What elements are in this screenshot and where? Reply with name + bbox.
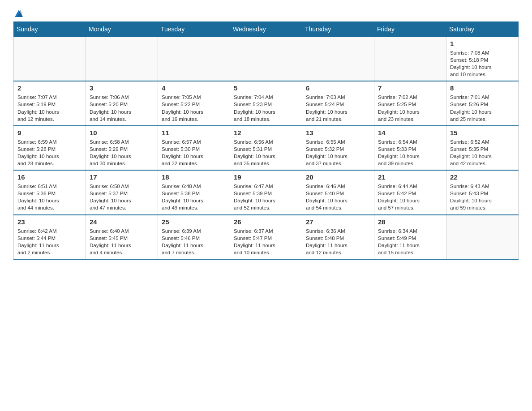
day-number: 27 [306, 218, 370, 226]
calendar-day-header: Tuesday [158, 22, 230, 37]
calendar-week-row: 1Sunrise: 7:08 AM Sunset: 5:18 PM Daylig… [14, 37, 519, 81]
calendar-day-cell: 7Sunrise: 7:02 AM Sunset: 5:25 PM Daylig… [374, 81, 446, 125]
calendar-day-header: Friday [374, 22, 446, 37]
day-number: 24 [90, 218, 154, 226]
calendar-week-row: 23Sunrise: 6:42 AM Sunset: 5:44 PM Dayli… [14, 215, 519, 259]
calendar-table: SundayMondayTuesdayWednesdayThursdayFrid… [13, 21, 519, 260]
day-number: 20 [306, 173, 370, 181]
day-info: Sunrise: 6:39 AM Sunset: 5:46 PM Dayligh… [162, 227, 226, 256]
day-info: Sunrise: 6:55 AM Sunset: 5:32 PM Dayligh… [306, 138, 370, 167]
logo [13, 9, 23, 17]
day-info: Sunrise: 7:02 AM Sunset: 5:25 PM Dayligh… [378, 94, 442, 122]
calendar-week-row: 2Sunrise: 7:07 AM Sunset: 5:19 PM Daylig… [14, 81, 519, 125]
day-number: 7 [378, 84, 442, 92]
day-number: 8 [450, 84, 515, 92]
day-info: Sunrise: 6:42 AM Sunset: 5:44 PM Dayligh… [17, 227, 82, 256]
day-info: Sunrise: 6:58 AM Sunset: 5:29 PM Dayligh… [90, 138, 154, 167]
day-info: Sunrise: 6:37 AM Sunset: 5:47 PM Dayligh… [234, 227, 298, 256]
day-info: Sunrise: 6:59 AM Sunset: 5:28 PM Dayligh… [17, 138, 82, 167]
calendar-day-cell: 11Sunrise: 6:57 AM Sunset: 5:30 PM Dayli… [158, 126, 230, 170]
day-info: Sunrise: 7:01 AM Sunset: 5:26 PM Dayligh… [450, 94, 515, 122]
day-info: Sunrise: 7:03 AM Sunset: 5:24 PM Dayligh… [306, 94, 370, 122]
day-info: Sunrise: 6:36 AM Sunset: 5:48 PM Dayligh… [306, 227, 370, 256]
day-info: Sunrise: 6:51 AM Sunset: 5:36 PM Dayligh… [17, 183, 82, 211]
day-number: 2 [17, 84, 82, 92]
logo-triangle-icon [15, 10, 23, 17]
day-number: 16 [17, 173, 82, 181]
calendar-day-cell [446, 215, 519, 259]
day-info: Sunrise: 6:44 AM Sunset: 5:42 PM Dayligh… [378, 183, 442, 211]
calendar-day-cell: 22Sunrise: 6:43 AM Sunset: 5:43 PM Dayli… [446, 170, 519, 214]
calendar-day-cell: 24Sunrise: 6:40 AM Sunset: 5:45 PM Dayli… [86, 215, 158, 259]
calendar-day-cell: 23Sunrise: 6:42 AM Sunset: 5:44 PM Dayli… [14, 215, 86, 259]
calendar-day-cell: 17Sunrise: 6:50 AM Sunset: 5:37 PM Dayli… [86, 170, 158, 214]
calendar-day-cell: 4Sunrise: 7:05 AM Sunset: 5:22 PM Daylig… [158, 81, 230, 125]
calendar-day-cell: 26Sunrise: 6:37 AM Sunset: 5:47 PM Dayli… [230, 215, 302, 259]
day-number: 21 [378, 173, 442, 181]
day-info: Sunrise: 7:04 AM Sunset: 5:23 PM Dayligh… [234, 94, 298, 122]
calendar-week-row: 9Sunrise: 6:59 AM Sunset: 5:28 PM Daylig… [14, 126, 519, 170]
day-number: 25 [162, 218, 226, 226]
calendar-day-cell: 3Sunrise: 7:06 AM Sunset: 5:20 PM Daylig… [86, 81, 158, 125]
day-number: 11 [162, 129, 226, 137]
calendar-day-cell: 28Sunrise: 6:34 AM Sunset: 5:49 PM Dayli… [374, 215, 446, 259]
day-number: 28 [378, 218, 442, 226]
calendar-day-cell: 27Sunrise: 6:36 AM Sunset: 5:48 PM Dayli… [302, 215, 374, 259]
day-info: Sunrise: 7:06 AM Sunset: 5:20 PM Dayligh… [90, 94, 154, 122]
calendar-day-header: Monday [86, 22, 158, 37]
calendar-day-cell: 8Sunrise: 7:01 AM Sunset: 5:26 PM Daylig… [446, 81, 519, 125]
page-header [13, 9, 519, 17]
day-number: 14 [378, 129, 442, 137]
calendar-day-cell: 6Sunrise: 7:03 AM Sunset: 5:24 PM Daylig… [302, 81, 374, 125]
day-number: 26 [234, 218, 298, 226]
calendar-day-header: Saturday [446, 22, 519, 37]
calendar-week-row: 16Sunrise: 6:51 AM Sunset: 5:36 PM Dayli… [14, 170, 519, 214]
calendar-day-cell [302, 37, 374, 81]
day-number: 5 [234, 84, 298, 92]
day-number: 13 [306, 129, 370, 137]
calendar-day-cell [374, 37, 446, 81]
calendar-day-cell: 14Sunrise: 6:54 AM Sunset: 5:33 PM Dayli… [374, 126, 446, 170]
day-number: 10 [90, 129, 154, 137]
day-info: Sunrise: 7:05 AM Sunset: 5:22 PM Dayligh… [162, 94, 226, 122]
calendar-day-cell: 13Sunrise: 6:55 AM Sunset: 5:32 PM Dayli… [302, 126, 374, 170]
calendar-day-cell: 2Sunrise: 7:07 AM Sunset: 5:19 PM Daylig… [14, 81, 86, 125]
calendar-day-cell [14, 37, 86, 81]
day-info: Sunrise: 6:47 AM Sunset: 5:39 PM Dayligh… [234, 183, 298, 211]
day-number: 9 [17, 129, 82, 137]
day-number: 17 [90, 173, 154, 181]
day-info: Sunrise: 6:52 AM Sunset: 5:35 PM Dayligh… [450, 138, 515, 167]
calendar-day-cell: 10Sunrise: 6:58 AM Sunset: 5:29 PM Dayli… [86, 126, 158, 170]
calendar-day-cell: 16Sunrise: 6:51 AM Sunset: 5:36 PM Dayli… [14, 170, 86, 214]
calendar-day-cell [230, 37, 302, 81]
day-info: Sunrise: 6:48 AM Sunset: 5:38 PM Dayligh… [162, 183, 226, 211]
day-number: 15 [450, 129, 515, 137]
day-number: 12 [234, 129, 298, 137]
calendar-day-cell: 12Sunrise: 6:56 AM Sunset: 5:31 PM Dayli… [230, 126, 302, 170]
day-info: Sunrise: 6:46 AM Sunset: 5:40 PM Dayligh… [306, 183, 370, 211]
day-number: 19 [234, 173, 298, 181]
day-info: Sunrise: 6:57 AM Sunset: 5:30 PM Dayligh… [162, 138, 226, 167]
day-number: 23 [17, 218, 82, 226]
calendar-day-cell [158, 37, 230, 81]
day-number: 4 [162, 84, 226, 92]
calendar-day-cell: 9Sunrise: 6:59 AM Sunset: 5:28 PM Daylig… [14, 126, 86, 170]
day-info: Sunrise: 6:43 AM Sunset: 5:43 PM Dayligh… [450, 183, 515, 211]
calendar-day-cell [86, 37, 158, 81]
day-info: Sunrise: 6:54 AM Sunset: 5:33 PM Dayligh… [378, 138, 442, 167]
calendar-day-cell: 25Sunrise: 6:39 AM Sunset: 5:46 PM Dayli… [158, 215, 230, 259]
day-number: 1 [450, 40, 515, 47]
day-number: 6 [306, 84, 370, 92]
calendar-day-header: Sunday [14, 22, 86, 37]
day-info: Sunrise: 7:07 AM Sunset: 5:19 PM Dayligh… [17, 94, 82, 122]
day-info: Sunrise: 7:08 AM Sunset: 5:18 PM Dayligh… [450, 49, 515, 78]
day-info: Sunrise: 6:50 AM Sunset: 5:37 PM Dayligh… [90, 183, 154, 211]
calendar-day-header: Thursday [302, 22, 374, 37]
calendar-day-header: Wednesday [230, 22, 302, 37]
day-info: Sunrise: 6:34 AM Sunset: 5:49 PM Dayligh… [378, 227, 442, 256]
day-number: 18 [162, 173, 226, 181]
calendar-day-cell: 21Sunrise: 6:44 AM Sunset: 5:42 PM Dayli… [374, 170, 446, 214]
calendar-header-row: SundayMondayTuesdayWednesdayThursdayFrid… [14, 22, 519, 37]
day-info: Sunrise: 6:56 AM Sunset: 5:31 PM Dayligh… [234, 138, 298, 167]
day-number: 3 [90, 84, 154, 92]
